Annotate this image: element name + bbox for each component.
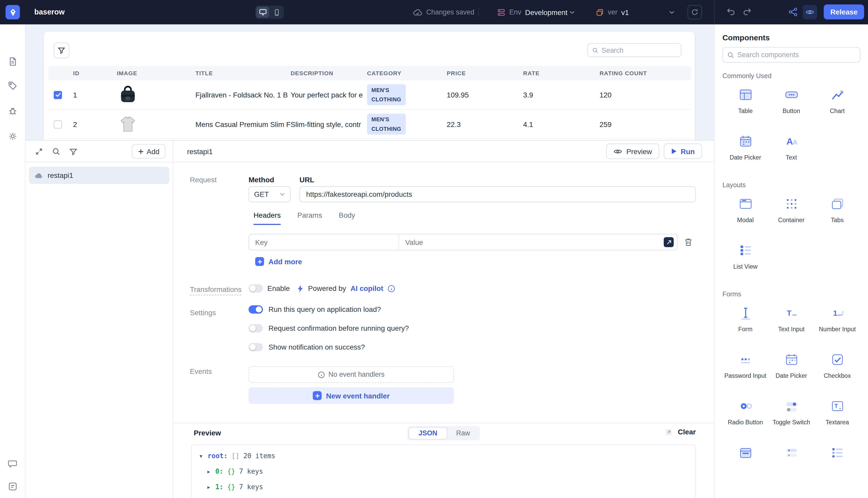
app-name[interactable]: baserow (35, 0, 65, 24)
tab-headers[interactable]: Headers (254, 211, 281, 225)
mobile-icon[interactable] (270, 7, 283, 18)
component-password-input[interactable]: Password Input (722, 350, 768, 390)
component-checkbox[interactable]: Checkbox (814, 350, 860, 390)
preview-app-icon[interactable] (803, 5, 817, 19)
table-search-input[interactable] (602, 46, 677, 54)
refresh-button[interactable] (688, 5, 702, 19)
share-icon[interactable] (788, 7, 798, 17)
pages-icon[interactable] (6, 55, 19, 68)
chevron-down-icon[interactable] (669, 10, 675, 14)
debugger-icon[interactable] (6, 104, 19, 117)
json-tree-row[interactable]: ▶ 1: {} 7 keys (191, 480, 695, 495)
add-query-button[interactable]: Add (132, 144, 166, 158)
table-row[interactable]: 2 Mens Casual Premium Slim F Slim-fittin… (48, 110, 691, 139)
confirmation-toggle[interactable] (248, 324, 263, 332)
table-row[interactable]: 1 Fjallraven - Foldsack No. 1 B Your per… (48, 80, 691, 110)
component-form[interactable]: Form (722, 304, 768, 343)
components-search[interactable] (722, 47, 860, 63)
header-value-input[interactable] (399, 234, 664, 250)
release-notes-icon[interactable] (6, 480, 19, 493)
component-modal[interactable]: Modal (722, 194, 768, 234)
component-container[interactable]: Container (768, 194, 814, 234)
environment-selector[interactable]: Env Development (497, 0, 567, 24)
expand-preview-icon[interactable] (665, 428, 673, 436)
component-date-picker-form[interactable]: Date Picker (768, 350, 814, 390)
component-date-picker[interactable]: Date Picker (722, 132, 768, 172)
url-field[interactable] (299, 186, 696, 202)
app-logo-icon[interactable] (5, 5, 20, 19)
raw-tab[interactable]: Raw (447, 427, 479, 439)
tab-body[interactable]: Body (339, 211, 355, 225)
tab-params[interactable]: Params (297, 211, 322, 225)
component-chart[interactable]: Chart (814, 85, 860, 125)
clear-preview-button[interactable]: Clear (678, 428, 696, 436)
query-editor-title[interactable]: restapi1 (187, 147, 213, 155)
delete-header-icon[interactable] (684, 238, 693, 246)
notification-toggle[interactable] (248, 343, 263, 351)
section-commonly-used: Commonly Used (722, 72, 860, 80)
undo-icon[interactable] (726, 7, 736, 17)
url-input[interactable] (306, 190, 689, 198)
json-tree-row[interactable]: ▼ root: [] 20 items (191, 448, 695, 464)
checkbox-icon (828, 350, 847, 369)
component-table[interactable]: Table (722, 85, 768, 125)
column-header[interactable]: CATEGORY (367, 70, 447, 77)
release-button[interactable]: Release (824, 4, 864, 19)
table-widget[interactable]: ID IMAGE TITLE DESCRIPTION CATEGORY PRIC… (43, 31, 695, 140)
column-header[interactable]: RATE (523, 70, 600, 77)
table-filter-button[interactable] (54, 43, 69, 58)
query-list-item-restapi1[interactable]: restapi1 (29, 167, 169, 184)
component-partial-2[interactable] (768, 443, 814, 483)
cell-description: Your perfect pack for e (290, 91, 367, 99)
header-key-input[interactable] (249, 234, 399, 250)
collapse-panel-icon[interactable] (34, 146, 44, 156)
component-textarea[interactable]: T Textarea (814, 397, 860, 436)
component-list-view[interactable]: List View (722, 241, 768, 281)
json-tree-row[interactable]: ▶ 0: {} 7 keys (191, 464, 695, 480)
styles-icon[interactable] (6, 79, 19, 92)
table-search[interactable] (587, 43, 681, 57)
column-header[interactable]: PRICE (447, 70, 523, 77)
settings-icon[interactable] (6, 130, 19, 143)
events-section-label: Events (190, 367, 212, 376)
filter-icon[interactable] (68, 146, 78, 156)
new-event-handler-button[interactable]: New event handler (248, 387, 454, 404)
component-radio-button[interactable]: Radio Button (722, 397, 768, 436)
preview-query-button[interactable]: Preview (606, 144, 659, 159)
column-header[interactable]: RATING COUNT (600, 70, 692, 77)
query-panel: Add restapi1 restapi1 Preview (26, 140, 714, 498)
search-icon[interactable] (51, 146, 61, 156)
column-header[interactable]: TITLE (195, 70, 290, 77)
expand-editor-icon[interactable] (664, 237, 674, 247)
add-more-header-button[interactable]: Add more (255, 257, 302, 266)
pills-icon (782, 443, 801, 462)
row-checkbox[interactable] (54, 120, 62, 128)
info-icon[interactable] (388, 285, 395, 292)
transformations-toggle[interactable] (248, 284, 263, 292)
component-button[interactable]: Button (768, 85, 814, 125)
desktop-icon[interactable] (256, 7, 269, 18)
column-header[interactable]: ID (73, 70, 117, 77)
json-tab[interactable]: JSON (408, 427, 447, 439)
run-on-load-toggle[interactable] (248, 305, 263, 314)
component-number-input[interactable]: 1 Number Input (814, 304, 860, 343)
ai-copilot-link[interactable]: AI copilot (351, 284, 383, 292)
component-partial-3[interactable] (814, 443, 860, 483)
version-selector[interactable]: ver v1 (596, 0, 629, 24)
component-text[interactable]: AA Text (768, 132, 814, 172)
components-search-input[interactable] (737, 51, 855, 59)
column-header[interactable]: IMAGE (117, 70, 195, 77)
component-text-input[interactable]: T Text Input (768, 304, 814, 343)
device-toggle[interactable] (255, 5, 284, 18)
comments-icon[interactable] (6, 457, 19, 470)
column-header[interactable]: DESCRIPTION (290, 70, 367, 77)
run-query-button[interactable]: Run (664, 144, 702, 159)
component-partial-1[interactable] (722, 443, 768, 483)
row-checkbox[interactable] (54, 91, 62, 99)
component-toggle-switch[interactable]: Toggle Switch (768, 397, 814, 436)
chevron-down-icon[interactable] (569, 10, 575, 14)
method-select[interactable]: GET (248, 186, 290, 202)
transformations-label[interactable]: Transformations (190, 286, 242, 296)
redo-icon[interactable] (743, 7, 752, 17)
component-tabs[interactable]: Tabs (814, 194, 860, 234)
